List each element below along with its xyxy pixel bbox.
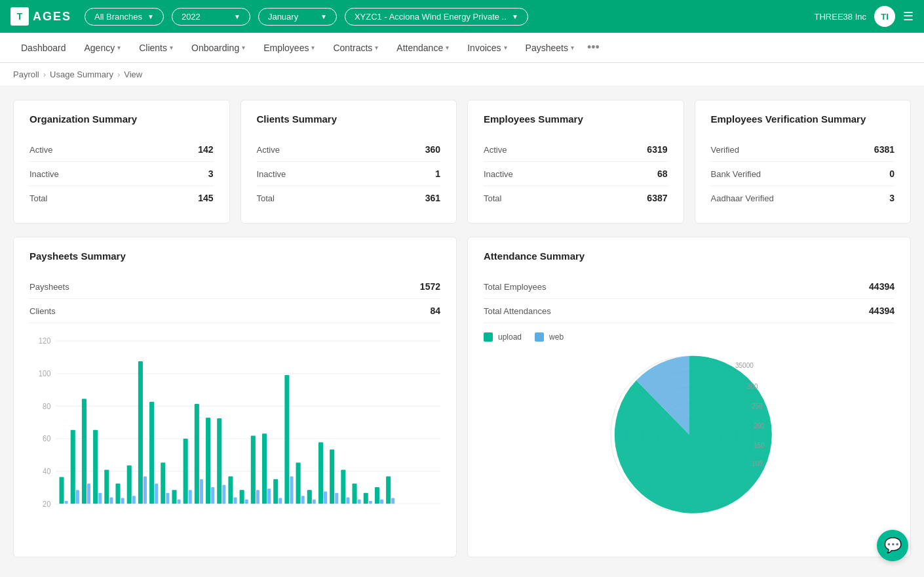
svg-rect-40 xyxy=(217,418,221,504)
emp-active-label: Active xyxy=(484,145,507,155)
verified-label: Verified xyxy=(711,145,739,155)
svg-text:80: 80 xyxy=(43,401,51,410)
org-inactive-value: 3 xyxy=(208,169,214,179)
svg-rect-12 xyxy=(60,477,64,504)
avatar[interactable]: TI xyxy=(874,6,895,27)
chevron-down-icon: ▾ xyxy=(375,44,378,51)
bar-chart-svg: 120 100 80 60 40 20 xyxy=(29,334,440,544)
nav-contracts[interactable]: Contracts▾ xyxy=(325,33,386,63)
svg-rect-22 xyxy=(115,483,120,504)
total-employees-value: 44394 xyxy=(869,281,895,292)
svg-rect-28 xyxy=(149,402,154,504)
breadcrumb-sep: › xyxy=(117,70,120,79)
svg-rect-23 xyxy=(121,498,125,504)
navbar: Dashboard Agency▾ Clients▾ Onboarding▾ E… xyxy=(0,33,924,63)
svg-rect-24 xyxy=(127,466,132,504)
paysheets-row: Paysheets 1572 xyxy=(29,275,440,299)
web-legend-dot xyxy=(535,332,544,342)
emp-total-row: Total 6387 xyxy=(484,186,668,210)
svg-rect-50 xyxy=(273,479,278,504)
svg-rect-59 xyxy=(324,492,327,504)
svg-text:300: 300 xyxy=(747,383,758,390)
org-inactive-label: Inactive xyxy=(29,169,59,179)
chat-button[interactable]: 💬 xyxy=(877,530,908,561)
paysheets-clients-label: Clients xyxy=(29,306,56,316)
org-total-value: 145 xyxy=(198,193,213,203)
paysheets-clients-row: Clients 84 xyxy=(29,299,440,323)
nav-agency[interactable]: Agency▾ xyxy=(77,33,129,63)
svg-rect-57 xyxy=(313,500,316,504)
svg-rect-33 xyxy=(178,500,181,504)
paysheets-value: 1572 xyxy=(420,281,440,292)
total-employees-row: Total Employees 44394 xyxy=(484,275,895,299)
org-inactive-row: Inactive 3 xyxy=(29,162,214,186)
nav-onboarding[interactable]: Onboarding▾ xyxy=(183,33,253,63)
chevron-down-icon: ▾ xyxy=(571,44,574,51)
svg-rect-61 xyxy=(335,493,338,504)
logo: T AGES xyxy=(10,7,71,26)
svg-rect-20 xyxy=(104,469,109,504)
attendance-summary-card: Attendance Summary Total Employees 44394… xyxy=(467,237,911,557)
topbar-right: THREE38 Inc TI ☰ xyxy=(812,6,914,27)
svg-rect-52 xyxy=(284,375,289,504)
year-selector[interactable]: 2022 ▼ xyxy=(172,8,250,26)
upload-legend-label: upload xyxy=(498,332,522,342)
paysheets-label: Paysheets xyxy=(29,282,69,292)
branch-selector[interactable]: All Branches ▼ xyxy=(85,8,164,26)
svg-text:100: 100 xyxy=(39,369,51,378)
svg-text:20: 20 xyxy=(43,499,51,508)
nav-paysheets[interactable]: Paysheets▾ xyxy=(518,33,582,63)
breadcrumb-usage-summary[interactable]: Usage Summary xyxy=(50,70,113,79)
bank-verified-row: Bank Verified 0 xyxy=(711,162,895,186)
svg-text:40: 40 xyxy=(43,467,51,476)
svg-rect-67 xyxy=(369,501,372,504)
logo-icon: T xyxy=(10,7,29,26)
svg-rect-32 xyxy=(172,490,176,504)
total-attendances-row: Total Attendances 44394 xyxy=(484,299,895,323)
company-selector[interactable]: XYZC1 - Acciona Wind Energy Private .. ▼ xyxy=(345,8,528,26)
svg-rect-54 xyxy=(296,462,301,504)
nav-invoices[interactable]: Invoices▾ xyxy=(459,33,514,63)
employees-summary-title: Employees Summary xyxy=(484,113,668,125)
breadcrumb-payroll[interactable]: Payroll xyxy=(13,70,39,79)
svg-rect-27 xyxy=(144,476,147,504)
menu-icon[interactable]: ☰ xyxy=(903,9,914,24)
bar-chart: 120 100 80 60 40 20 xyxy=(29,334,440,544)
svg-rect-48 xyxy=(262,433,267,504)
bottom-section: Paysheets Summary Paysheets 1572 Clients… xyxy=(13,237,911,557)
svg-rect-38 xyxy=(206,418,210,504)
paysheets-clients-value: 84 xyxy=(430,306,440,316)
clients-inactive-value: 1 xyxy=(435,169,440,179)
more-options-icon[interactable]: ••• xyxy=(587,41,600,54)
nav-clients[interactable]: Clients▾ xyxy=(131,33,181,63)
svg-rect-15 xyxy=(76,490,79,504)
svg-rect-47 xyxy=(256,490,260,504)
clients-inactive-label: Inactive xyxy=(257,169,286,179)
svg-rect-30 xyxy=(161,462,165,504)
company-name: THREE38 Inc xyxy=(815,12,866,22)
employees-summary-card: Employees Summary Active 6319 Inactive 6… xyxy=(467,100,684,224)
clients-active-row: Active 360 xyxy=(257,138,441,162)
chevron-down-icon: ▾ xyxy=(504,44,507,51)
main-content: Organization Summary Active 142 Inactive… xyxy=(0,87,924,570)
emp-active-row: Active 6319 xyxy=(484,138,668,162)
nav-employees[interactable]: Employees▾ xyxy=(256,33,322,63)
svg-rect-26 xyxy=(138,361,143,504)
bank-verified-value: 0 xyxy=(889,169,895,179)
legend-upload: upload xyxy=(484,332,522,342)
nav-dashboard[interactable]: Dashboard xyxy=(13,33,74,63)
svg-text:60: 60 xyxy=(43,434,51,443)
svg-rect-37 xyxy=(200,479,203,504)
svg-rect-71 xyxy=(391,498,395,504)
paysheets-summary-card: Paysheets Summary Paysheets 1572 Clients… xyxy=(13,237,457,557)
svg-rect-55 xyxy=(301,496,305,504)
verification-summary-title: Employees Verification Summary xyxy=(711,113,895,125)
svg-rect-29 xyxy=(155,483,158,504)
month-selector[interactable]: January ▼ xyxy=(258,8,337,26)
emp-active-value: 6319 xyxy=(647,144,667,155)
clients-summary-card: Clients Summary Active 360 Inactive 1 To… xyxy=(241,100,457,224)
total-attendances-value: 44394 xyxy=(869,306,895,316)
chevron-down-icon: ▾ xyxy=(446,44,449,51)
chart-legend: upload web xyxy=(484,332,895,344)
nav-attendance[interactable]: Attendance▾ xyxy=(389,33,457,63)
